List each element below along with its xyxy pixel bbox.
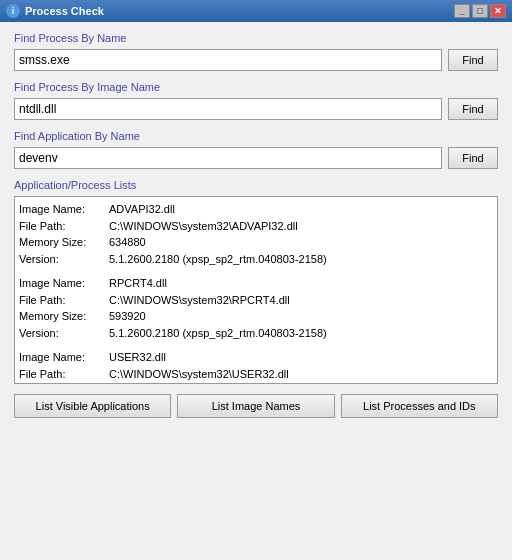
find-by-image-button[interactable]: Find [448, 98, 498, 120]
main-content: Find Process By Name Find Find Process B… [0, 22, 512, 560]
list-item-value: 593920 [109, 308, 146, 325]
close-button[interactable]: ✕ [490, 4, 506, 18]
find-by-app-section: Find Application By Name Find [14, 130, 498, 169]
list-item-value: USER32.dll [109, 349, 166, 366]
list-item-value: C:\WINDOWS\system32\ADVAPI32.dll [109, 218, 298, 235]
find-by-name-input[interactable] [14, 49, 442, 71]
list-item-value: 634880 [109, 234, 146, 251]
list-section: Application/Process Lists Image Name:ADV… [14, 179, 498, 384]
minimize-button[interactable]: _ [454, 4, 470, 18]
bottom-buttons: List Visible Applications List Image Nam… [14, 394, 498, 418]
list-image-names-button[interactable]: List Image Names [177, 394, 334, 418]
list-item: Image Name:ADVAPI32.dllFile Path:C:\WIND… [19, 201, 493, 267]
find-by-name-row: Find [14, 49, 498, 71]
find-by-name-button[interactable]: Find [448, 49, 498, 71]
list-item: Image Name:USER32.dllFile Path:C:\WINDOW… [19, 349, 493, 382]
find-by-name-section: Find Process By Name Find [14, 32, 498, 71]
list-item-key: File Path: [19, 366, 109, 383]
list-processes-ids-button[interactable]: List Processes and IDs [341, 394, 498, 418]
list-item-key: File Path: [19, 218, 109, 235]
list-item-value: 5.1.2600.2180 (xpsp_sp2_rtm.040803-2158) [109, 251, 327, 268]
title-bar: i Process Check _ □ ✕ [0, 0, 512, 22]
list-item-key: Version: [19, 325, 109, 342]
find-by-name-label: Find Process By Name [14, 32, 498, 44]
list-item-value: C:\WINDOWS\system32\USER32.dll [109, 366, 289, 383]
list-section-label: Application/Process Lists [14, 179, 498, 191]
find-by-app-input[interactable] [14, 147, 442, 169]
list-item-key: Version: [19, 251, 109, 268]
find-by-image-row: Find [14, 98, 498, 120]
list-item-value: RPCRT4.dll [109, 275, 167, 292]
find-by-app-row: Find [14, 147, 498, 169]
list-item-value: C:\WINDOWS\system32\RPCRT4.dll [109, 292, 290, 309]
list-item-value: 5.1.2600.2180 (xpsp_sp2_rtm.040803-2158) [109, 325, 327, 342]
title-bar-text: Process Check [25, 5, 454, 17]
list-item-key: File Path: [19, 292, 109, 309]
find-by-image-input[interactable] [14, 98, 442, 120]
find-by-image-label: Find Process By Image Name [14, 81, 498, 93]
find-by-app-button[interactable]: Find [448, 147, 498, 169]
find-by-image-section: Find Process By Image Name Find [14, 81, 498, 120]
list-item: Image Name:RPCRT4.dllFile Path:C:\WINDOW… [19, 275, 493, 341]
app-icon: i [6, 4, 20, 18]
process-list[interactable]: Image Name:ADVAPI32.dllFile Path:C:\WIND… [14, 196, 498, 384]
list-item-key: Image Name: [19, 201, 109, 218]
find-by-app-label: Find Application By Name [14, 130, 498, 142]
list-visible-apps-button[interactable]: List Visible Applications [14, 394, 171, 418]
list-item-key: Memory Size: [19, 308, 109, 325]
list-item-key: Image Name: [19, 349, 109, 366]
list-item-key: Memory Size: [19, 234, 109, 251]
title-bar-buttons: _ □ ✕ [454, 4, 506, 18]
maximize-button[interactable]: □ [472, 4, 488, 18]
list-item-key: Image Name: [19, 275, 109, 292]
list-item-value: ADVAPI32.dll [109, 201, 175, 218]
